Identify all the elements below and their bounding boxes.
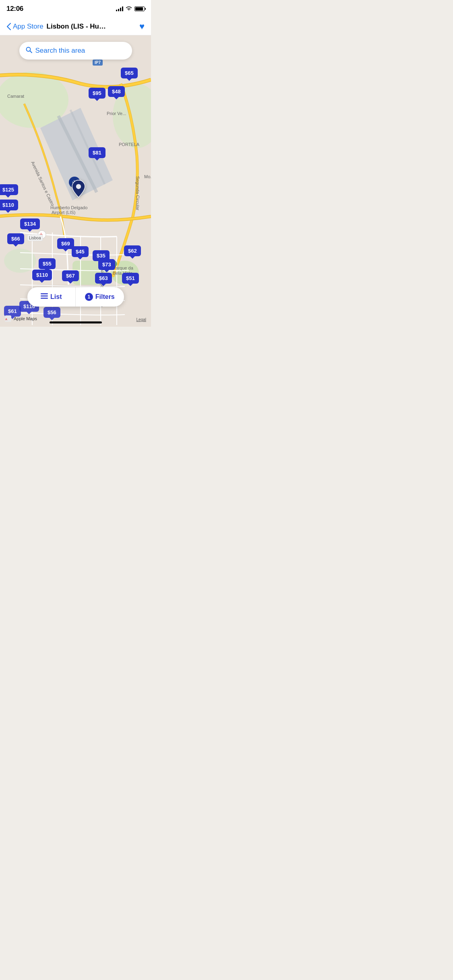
status-time: 12:06 [6,5,23,13]
price-pin-125[interactable]: $125 [0,184,18,195]
page-title: Lisbon (LIS - Humberto Delgado), P... [43,23,112,31]
price-pin-67[interactable]: $67 [62,270,79,281]
price-pin-51[interactable]: $51 [122,273,139,284]
price-pin-45[interactable]: $45 [72,246,89,257]
svg-text:Airport (LIS): Airport (LIS) [52,210,75,215]
wifi-icon [126,6,132,12]
status-bar: 12:06 [0,0,151,18]
price-pin-61a[interactable]: $61 [4,306,21,317]
svg-rect-30 [41,293,48,294]
back-label: App Store [13,23,43,31]
favorite-button[interactable]: ♥ [112,21,145,32]
battery-icon [134,6,145,11]
svg-rect-32 [41,298,48,299]
price-pin-95[interactable]: $95 [89,88,105,99]
price-pin-62[interactable]: $62 [124,245,141,256]
home-indicator [50,321,102,323]
svg-text:Segunda Circular: Segunda Circular [135,176,140,210]
price-pin-81[interactable]: $81 [89,147,105,158]
legal-link[interactable]: Legal [137,317,146,322]
price-pin-73[interactable]: $73 [98,259,115,270]
map-area[interactable]: Camarat Prior Ve... PORTELA Humberto Del… [0,35,151,327]
search-text: Search this area [35,47,85,55]
heart-icon: ♥ [139,21,145,32]
filter-count-badge: 1 [85,293,93,301]
list-label: List [50,293,62,301]
price-pin-110[interactable]: $110 [0,200,18,210]
svg-text:Prior Ve...: Prior Ve... [107,111,126,116]
svg-text:Humberto Delgado: Humberto Delgado [50,205,87,210]
location-pin [71,179,86,200]
svg-text:Camarat: Camarat [7,94,24,99]
price-pin-110b[interactable]: $110 [32,270,52,280]
search-icon [26,47,32,55]
maps-label-text: Apple Maps [14,316,37,321]
filters-label: Filters [95,293,115,301]
filters-button[interactable]: 1 Filters [76,287,124,307]
search-bar[interactable]: Search this area [19,42,132,60]
svg-point-29 [76,184,81,189]
svg-text:Lisboa: Lisboa [29,236,41,240]
status-icons [116,6,145,12]
price-pin-55[interactable]: $55 [39,258,56,269]
price-pin-134[interactable]: $134 [20,218,40,229]
signal-icon [116,6,123,11]
list-icon [41,293,48,301]
nav-bar: App Store Lisbon (LIS - Humberto Delgado… [0,18,151,35]
maps-attribution: A Apple Maps [5,315,37,322]
svg-text:A: A [5,318,7,321]
bottom-action-bar: List 1 Filters [27,287,124,307]
price-pin-65[interactable]: $65 [121,68,138,78]
svg-rect-31 [41,296,48,297]
price-pin-56[interactable]: $56 [43,307,60,318]
ip7-badge: IP7 [93,60,103,66]
price-pin-66[interactable]: $66 [7,233,24,244]
back-button[interactable]: App Store [6,23,43,31]
price-pin-48[interactable]: $48 [108,86,125,97]
svg-line-28 [30,51,32,53]
svg-text:Mo...: Mo... [144,174,151,179]
list-button[interactable]: List [27,287,76,307]
price-pin-63[interactable]: $63 [95,273,112,284]
svg-text:PORTELA: PORTELA [119,142,140,147]
